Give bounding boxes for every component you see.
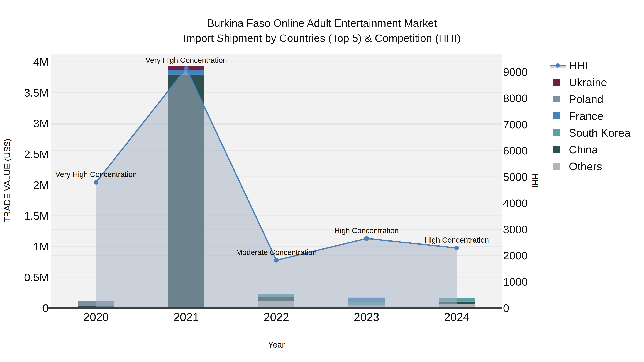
color-swatch-icon (554, 79, 560, 86)
color-swatch-icon (554, 146, 560, 153)
hhi-marker-2022[interactable] (274, 258, 279, 263)
y-left-tick-4M: 4M (33, 56, 49, 68)
legend-swatch-icon (550, 95, 569, 103)
color-swatch-icon (554, 129, 560, 136)
color-swatch-icon (554, 163, 560, 170)
legend: HHIUkrainePolandFranceSouth KoreaChinaOt… (550, 57, 630, 175)
hhi-dot-icon (556, 63, 560, 67)
legend-item-hhi[interactable]: HHI (550, 57, 630, 74)
legend-swatch-icon (550, 162, 569, 170)
y-right-tick-7000: 7000 (503, 118, 528, 131)
y-axis-left-title: TRADE VALUE (US$) (2, 139, 12, 223)
x-tick-2022: 2022 (264, 311, 289, 324)
y-left-tick-1M: 1M (33, 240, 49, 253)
hhi-marker-2020[interactable] (94, 180, 98, 185)
legend-label: France (569, 110, 604, 122)
legend-label: South Korea (569, 126, 630, 139)
legend-swatch-icon (550, 129, 569, 137)
x-tick-2023: 2023 (354, 311, 379, 324)
y-right-tick-4000: 4000 (503, 197, 528, 209)
legend-swatch-icon (550, 112, 569, 120)
color-swatch-icon (554, 96, 560, 102)
x-axis-title: Year (268, 340, 285, 350)
y-right-tick-2000: 2000 (503, 249, 528, 262)
y-right-tick-9000: 9000 (503, 66, 528, 78)
legend-item-south-korea[interactable]: South Korea (550, 124, 630, 141)
y-left-tick-1.5M: 1.5M (24, 210, 49, 222)
y-left-tick-2M: 2M (33, 179, 49, 191)
hhi-marker-2024[interactable] (454, 246, 459, 250)
hhi-marker-2021[interactable] (184, 66, 188, 70)
hhi-marker-2023[interactable] (364, 236, 369, 241)
annotation-2023: High Concentration (334, 226, 399, 235)
annotation-2024: High Concentration (424, 236, 489, 244)
y-right-tick-0: 0 (503, 302, 509, 314)
legend-item-france[interactable]: France (550, 107, 630, 124)
y-right-tick-6000: 6000 (503, 144, 528, 157)
x-tick-2020: 2020 (83, 311, 109, 324)
y-left-tick-2.5M: 2.5M (24, 148, 49, 160)
annotation-2020: Very High Concentration (55, 170, 137, 179)
x-axis-baseline (48, 308, 502, 309)
legend-swatch-icon (550, 78, 569, 86)
y-right-tick-5000: 5000 (503, 171, 528, 183)
y-right-tick-8000: 8000 (503, 92, 528, 104)
plot-canvas: Very High ConcentrationVery High Concent… (0, 0, 644, 362)
y-left-tick-0: 0 (42, 302, 49, 314)
x-tick-2021: 2021 (174, 311, 199, 324)
annotation-2022: Moderate Concentration (236, 248, 317, 257)
y-left-tick-3.5M: 3.5M (24, 86, 49, 99)
x-tick-2024: 2024 (444, 311, 470, 324)
legend-item-poland[interactable]: Poland (550, 91, 630, 107)
annotation-2021: Very High Concentration (146, 56, 227, 64)
legend-label: HHI (569, 59, 588, 72)
legend-item-ukraine[interactable]: Ukraine (550, 74, 630, 91)
y-right-tick-3000: 3000 (503, 223, 528, 236)
legend-label: China (569, 143, 598, 156)
color-swatch-icon (554, 112, 560, 119)
legend-label: Others (569, 160, 602, 173)
legend-label: Ukraine (569, 76, 607, 89)
legend-swatch-icon (550, 145, 569, 153)
legend-item-others[interactable]: Others (550, 158, 630, 175)
y-right-tick-1000: 1000 (503, 276, 528, 288)
y-left-tick-0.5M: 0.5M (24, 271, 49, 284)
legend-label: Poland (569, 93, 604, 105)
y-axis-right-title: HHI (530, 173, 540, 188)
legend-item-china[interactable]: China (550, 141, 630, 158)
legend-hhi-line-icon (550, 61, 569, 69)
y-left-tick-3M: 3M (33, 117, 49, 130)
